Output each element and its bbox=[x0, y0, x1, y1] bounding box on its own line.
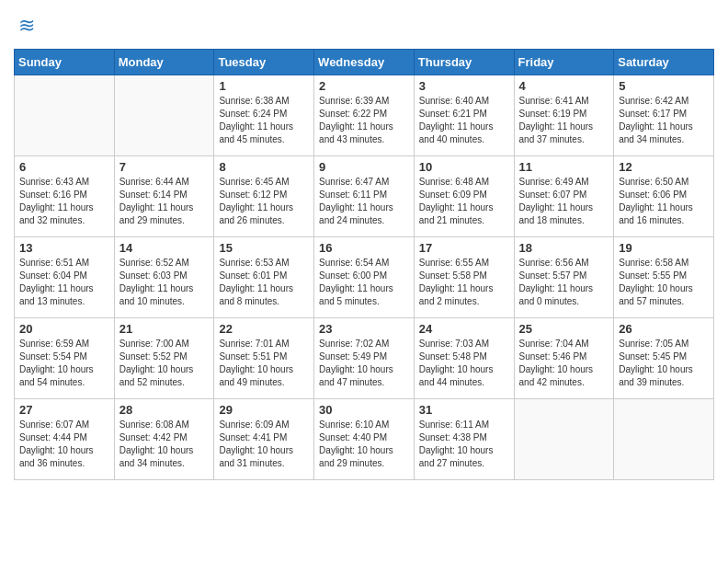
day-content: Sunrise: 6:11 AM Sunset: 4:38 PM Dayligh… bbox=[419, 419, 509, 470]
day-content: Sunrise: 6:08 AM Sunset: 4:42 PM Dayligh… bbox=[119, 419, 210, 470]
weekday-header-friday: Friday bbox=[514, 50, 614, 75]
calendar-cell: 9Sunrise: 6:47 AM Sunset: 6:11 PM Daylig… bbox=[314, 156, 415, 237]
day-content: Sunrise: 6:39 AM Sunset: 6:22 PM Dayligh… bbox=[319, 95, 409, 146]
day-number: 8 bbox=[219, 160, 309, 174]
day-number: 9 bbox=[319, 160, 409, 174]
page-header: ≋ bbox=[14, 14, 714, 40]
day-number: 4 bbox=[519, 79, 609, 93]
calendar-cell: 15Sunrise: 6:53 AM Sunset: 6:01 PM Dayli… bbox=[214, 237, 314, 318]
day-content: Sunrise: 6:51 AM Sunset: 6:04 PM Dayligh… bbox=[19, 257, 109, 308]
day-number: 15 bbox=[219, 241, 309, 255]
calendar-cell: 7Sunrise: 6:44 AM Sunset: 6:14 PM Daylig… bbox=[114, 156, 214, 237]
day-number: 10 bbox=[419, 160, 509, 174]
day-content: Sunrise: 6:48 AM Sunset: 6:09 PM Dayligh… bbox=[419, 176, 509, 227]
calendar-cell: 27Sunrise: 6:07 AM Sunset: 4:44 PM Dayli… bbox=[15, 399, 115, 480]
calendar-cell: 19Sunrise: 6:58 AM Sunset: 5:55 PM Dayli… bbox=[614, 237, 714, 318]
calendar-cell: 2Sunrise: 6:39 AM Sunset: 6:22 PM Daylig… bbox=[314, 75, 415, 156]
day-number: 14 bbox=[119, 241, 210, 255]
day-number: 25 bbox=[519, 322, 609, 336]
day-content: Sunrise: 6:40 AM Sunset: 6:21 PM Dayligh… bbox=[419, 95, 509, 146]
calendar-cell: 10Sunrise: 6:48 AM Sunset: 6:09 PM Dayli… bbox=[414, 156, 514, 237]
day-content: Sunrise: 6:45 AM Sunset: 6:12 PM Dayligh… bbox=[219, 176, 309, 227]
calendar-cell: 16Sunrise: 6:54 AM Sunset: 6:00 PM Dayli… bbox=[314, 237, 415, 318]
calendar-table: SundayMondayTuesdayWednesdayThursdayFrid… bbox=[14, 49, 714, 480]
weekday-header-row: SundayMondayTuesdayWednesdayThursdayFrid… bbox=[15, 50, 714, 75]
calendar-cell: 12Sunrise: 6:50 AM Sunset: 6:06 PM Dayli… bbox=[614, 156, 714, 237]
weekday-header-tuesday: Tuesday bbox=[214, 50, 314, 75]
day-content: Sunrise: 6:41 AM Sunset: 6:19 PM Dayligh… bbox=[519, 95, 609, 146]
calendar-cell: 3Sunrise: 6:40 AM Sunset: 6:21 PM Daylig… bbox=[414, 75, 514, 156]
day-number: 26 bbox=[619, 322, 709, 336]
calendar-cell: 22Sunrise: 7:01 AM Sunset: 5:51 PM Dayli… bbox=[214, 318, 314, 399]
day-number: 16 bbox=[319, 241, 409, 255]
day-number: 12 bbox=[619, 160, 709, 174]
day-number: 29 bbox=[219, 403, 309, 417]
day-content: Sunrise: 6:43 AM Sunset: 6:16 PM Dayligh… bbox=[19, 176, 109, 227]
calendar-cell: 23Sunrise: 7:02 AM Sunset: 5:49 PM Dayli… bbox=[314, 318, 415, 399]
calendar-cell: 1Sunrise: 6:38 AM Sunset: 6:24 PM Daylig… bbox=[214, 75, 314, 156]
day-number: 22 bbox=[219, 322, 309, 336]
calendar-cell bbox=[114, 75, 214, 156]
day-content: Sunrise: 7:05 AM Sunset: 5:45 PM Dayligh… bbox=[619, 338, 709, 389]
day-content: Sunrise: 6:53 AM Sunset: 6:01 PM Dayligh… bbox=[219, 257, 309, 308]
day-number: 24 bbox=[419, 322, 509, 336]
calendar-cell: 5Sunrise: 6:42 AM Sunset: 6:17 PM Daylig… bbox=[614, 75, 714, 156]
day-number: 2 bbox=[319, 79, 409, 93]
day-number: 21 bbox=[119, 322, 210, 336]
calendar-cell: 29Sunrise: 6:09 AM Sunset: 4:41 PM Dayli… bbox=[214, 399, 314, 480]
day-content: Sunrise: 7:02 AM Sunset: 5:49 PM Dayligh… bbox=[319, 338, 409, 389]
day-content: Sunrise: 6:47 AM Sunset: 6:11 PM Dayligh… bbox=[319, 176, 409, 227]
day-content: Sunrise: 6:49 AM Sunset: 6:07 PM Dayligh… bbox=[519, 176, 609, 227]
day-content: Sunrise: 6:07 AM Sunset: 4:44 PM Dayligh… bbox=[19, 419, 109, 470]
day-number: 23 bbox=[319, 322, 409, 336]
day-number: 6 bbox=[19, 160, 109, 174]
logo: ≋ bbox=[14, 14, 43, 40]
calendar-cell: 21Sunrise: 7:00 AM Sunset: 5:52 PM Dayli… bbox=[114, 318, 214, 399]
day-number: 30 bbox=[319, 403, 409, 417]
calendar-cell: 31Sunrise: 6:11 AM Sunset: 4:38 PM Dayli… bbox=[414, 399, 514, 480]
calendar-cell: 13Sunrise: 6:51 AM Sunset: 6:04 PM Dayli… bbox=[15, 237, 115, 318]
calendar-cell bbox=[514, 399, 614, 480]
logo-icon: ≋ bbox=[14, 14, 40, 40]
day-content: Sunrise: 6:42 AM Sunset: 6:17 PM Dayligh… bbox=[619, 95, 709, 146]
day-number: 31 bbox=[419, 403, 509, 417]
day-content: Sunrise: 6:38 AM Sunset: 6:24 PM Dayligh… bbox=[219, 95, 309, 146]
calendar-week-row: 1Sunrise: 6:38 AM Sunset: 6:24 PM Daylig… bbox=[15, 75, 714, 156]
calendar-week-row: 13Sunrise: 6:51 AM Sunset: 6:04 PM Dayli… bbox=[15, 237, 714, 318]
calendar-cell: 4Sunrise: 6:41 AM Sunset: 6:19 PM Daylig… bbox=[514, 75, 614, 156]
day-content: Sunrise: 6:54 AM Sunset: 6:00 PM Dayligh… bbox=[319, 257, 409, 308]
calendar-week-row: 20Sunrise: 6:59 AM Sunset: 5:54 PM Dayli… bbox=[15, 318, 714, 399]
calendar-cell: 8Sunrise: 6:45 AM Sunset: 6:12 PM Daylig… bbox=[214, 156, 314, 237]
day-number: 1 bbox=[219, 79, 309, 93]
day-content: Sunrise: 6:10 AM Sunset: 4:40 PM Dayligh… bbox=[319, 419, 409, 470]
day-content: Sunrise: 6:09 AM Sunset: 4:41 PM Dayligh… bbox=[219, 419, 309, 470]
day-content: Sunrise: 7:01 AM Sunset: 5:51 PM Dayligh… bbox=[219, 338, 309, 389]
day-content: Sunrise: 6:56 AM Sunset: 5:57 PM Dayligh… bbox=[519, 257, 609, 308]
calendar-cell: 25Sunrise: 7:04 AM Sunset: 5:46 PM Dayli… bbox=[514, 318, 614, 399]
weekday-header-sunday: Sunday bbox=[15, 50, 115, 75]
day-content: Sunrise: 6:52 AM Sunset: 6:03 PM Dayligh… bbox=[119, 257, 210, 308]
calendar-cell: 20Sunrise: 6:59 AM Sunset: 5:54 PM Dayli… bbox=[15, 318, 115, 399]
calendar-week-row: 27Sunrise: 6:07 AM Sunset: 4:44 PM Dayli… bbox=[15, 399, 714, 480]
day-number: 27 bbox=[19, 403, 109, 417]
day-content: Sunrise: 6:55 AM Sunset: 5:58 PM Dayligh… bbox=[419, 257, 509, 308]
day-number: 20 bbox=[19, 322, 109, 336]
calendar-week-row: 6Sunrise: 6:43 AM Sunset: 6:16 PM Daylig… bbox=[15, 156, 714, 237]
day-content: Sunrise: 6:58 AM Sunset: 5:55 PM Dayligh… bbox=[619, 257, 709, 308]
weekday-header-saturday: Saturday bbox=[614, 50, 714, 75]
day-content: Sunrise: 7:00 AM Sunset: 5:52 PM Dayligh… bbox=[119, 338, 210, 389]
calendar-cell: 6Sunrise: 6:43 AM Sunset: 6:16 PM Daylig… bbox=[15, 156, 115, 237]
day-number: 28 bbox=[119, 403, 210, 417]
day-number: 7 bbox=[119, 160, 210, 174]
day-number: 19 bbox=[619, 241, 709, 255]
day-content: Sunrise: 6:59 AM Sunset: 5:54 PM Dayligh… bbox=[19, 338, 109, 389]
day-content: Sunrise: 6:44 AM Sunset: 6:14 PM Dayligh… bbox=[119, 176, 210, 227]
day-number: 17 bbox=[419, 241, 509, 255]
weekday-header-thursday: Thursday bbox=[414, 50, 514, 75]
calendar-cell bbox=[614, 399, 714, 480]
day-number: 5 bbox=[619, 79, 709, 93]
day-number: 13 bbox=[19, 241, 109, 255]
day-number: 11 bbox=[519, 160, 609, 174]
calendar-cell: 26Sunrise: 7:05 AM Sunset: 5:45 PM Dayli… bbox=[614, 318, 714, 399]
weekday-header-wednesday: Wednesday bbox=[314, 50, 415, 75]
